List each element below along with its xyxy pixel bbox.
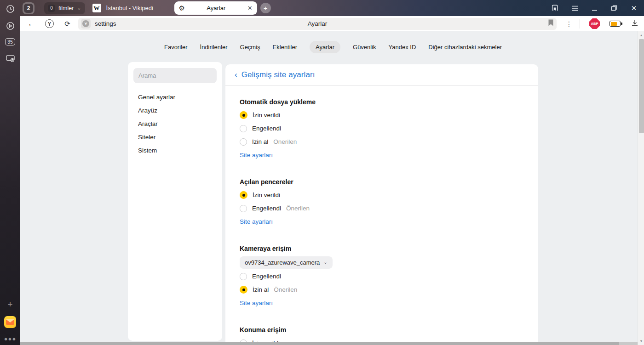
scrollbar-thumb[interactable] (639, 39, 644, 133)
group-tab-count: 0 (48, 5, 55, 12)
back-chevron-icon: ‹ (235, 70, 237, 79)
refresh-button[interactable]: ⟳ (58, 20, 76, 28)
nav-guvenlik[interactable]: Güvenlik (353, 44, 376, 51)
add-panel-icon[interactable]: + (0, 298, 20, 311)
address-bar-title: Ayarlar (78, 20, 557, 27)
nav-diger-cihazlar[interactable]: Diğer cihazlardaki sekmeler (428, 44, 502, 51)
page-title: Gelişmiş site ayarları (242, 70, 315, 79)
option-label: Engellendi (252, 273, 281, 280)
play-sessions-icon[interactable] (0, 19, 20, 33)
window-controls: ✕ (551, 4, 644, 12)
minimize-icon[interactable] (590, 4, 598, 12)
battery-saver-icon[interactable] (610, 21, 621, 27)
more-options-icon[interactable]: ●●● (0, 332, 20, 345)
chevron-down-icon: ⌄ (323, 260, 327, 265)
option-label: Engellendi (252, 125, 281, 132)
window-tab-count: 2 (24, 4, 33, 13)
tab-counter-badge[interactable]: 35 (0, 35, 20, 49)
yandex-button[interactable]: Y (40, 19, 58, 28)
radio-selected-icon[interactable] (240, 286, 247, 294)
option-label: Engellendi (252, 205, 281, 212)
nav-yandex-id[interactable]: Yandex ID (389, 44, 416, 51)
radio-option[interactable]: Engellendi Önerilen (240, 202, 524, 215)
nav-ayarlar[interactable]: Ayarlar (310, 41, 340, 53)
search-input[interactable] (133, 68, 217, 83)
nav-indirilenler[interactable]: İndirilenler (200, 44, 228, 51)
tab-bar: 2 0 filmler ⌄ W İstanbul - Vikipedi ⚙ Ay… (20, 0, 644, 16)
vertical-scrollbar[interactable]: ▲ ▼ (638, 31, 644, 345)
url-text: settings (95, 20, 116, 27)
advanced-site-settings-header[interactable]: ‹ Gelişmiş site ayarları (225, 64, 538, 86)
downloads-icon[interactable] (631, 19, 638, 28)
radio-icon[interactable] (240, 125, 247, 132)
tab-title: İstanbul - Vikipedi (106, 5, 153, 11)
sidebar-item-araclar[interactable]: Araçlar (128, 117, 222, 130)
tab-title: Ayarlar (185, 5, 247, 11)
toolbar-extensions: ⋮ ABP (563, 18, 644, 29)
sidebar-item-genel-ayarlar[interactable]: Genel ayarlar (128, 90, 222, 104)
nav-gecmis[interactable]: Geçmiş (240, 44, 260, 51)
chevron-down-icon: ⌄ (77, 5, 81, 11)
radio-selected-icon[interactable] (240, 191, 247, 199)
close-window-icon[interactable]: ✕ (630, 4, 638, 12)
tab-count-label: 35 (5, 38, 15, 45)
nav-eklentiler[interactable]: Eklentiler (273, 44, 297, 51)
section-otomatik-dosya-yukleme: Otomatik dosya yükleme İzin verildi Enge… (240, 95, 524, 162)
nav-favoriler[interactable]: Favoriler (164, 44, 188, 51)
window-tab-count-button[interactable]: 2 (23, 2, 34, 14)
hscrollbar-thumb[interactable] (20, 342, 619, 345)
site-settings-link[interactable]: Site ayarları (240, 218, 273, 225)
address-bar[interactable]: Y settings Ayarlar (78, 18, 557, 30)
new-tab-button[interactable]: + (260, 3, 271, 13)
option-label: İzin verildi (253, 192, 280, 198)
radio-option[interactable]: İzin al Önerilen (240, 135, 524, 148)
settings-page: Favoriler İndirilenler Geçmiş Eklentiler… (20, 31, 644, 345)
radio-option[interactable]: İzin al Önerilen (240, 283, 524, 296)
settings-top-nav: Favoriler İndirilenler Geçmiş Eklentiler… (128, 41, 538, 53)
radio-option[interactable]: İzin verildi (240, 188, 524, 202)
yandex-mail-icon[interactable] (0, 315, 20, 329)
section-acilan-pencereler: Açılan pencereler İzin verildi Engellend… (240, 175, 524, 228)
adblock-plus-icon[interactable]: ABP (589, 18, 600, 29)
history-icon[interactable] (0, 2, 20, 16)
radio-icon[interactable] (240, 138, 247, 146)
camera-device-select[interactable]: ov9734_azurewave_camera ⌄ (240, 256, 333, 269)
screen-camera-icon[interactable] (0, 51, 20, 65)
bookmark-icon[interactable] (548, 19, 554, 28)
scroll-up-arrow[interactable]: ▲ (638, 32, 644, 38)
maximize-icon[interactable] (610, 4, 618, 12)
option-label: İzin al (252, 138, 268, 145)
sidebar-item-sistem[interactable]: Sistem (128, 144, 222, 157)
tabs-panel-icon[interactable] (551, 4, 559, 12)
recommended-note: Önerilen (273, 138, 297, 145)
radio-selected-icon[interactable] (240, 111, 247, 119)
radio-option[interactable]: İzin verildi (240, 108, 524, 122)
tab-ayarlar-active[interactable]: ⚙ Ayarlar ✕ (174, 1, 257, 15)
option-label: İzin verildi (253, 112, 280, 119)
back-button[interactable]: ← (23, 19, 40, 28)
gear-icon: ⚙ (179, 4, 185, 12)
scroll-down-arrow[interactable]: ▼ (638, 338, 644, 344)
settings-category-list: Genel ayarlar Arayüz Araçlar Siteler Sis… (128, 90, 222, 157)
radio-icon[interactable] (240, 205, 247, 212)
radio-option[interactable]: Engellendi (240, 270, 524, 283)
site-settings-link[interactable]: Site ayarları (240, 152, 273, 158)
sidebar-item-siteler[interactable]: Siteler (128, 130, 222, 144)
close-tab-icon[interactable]: ✕ (247, 5, 253, 11)
tab-istanbul-vikipedi[interactable]: W İstanbul - Vikipedi (91, 4, 164, 12)
horizontal-scrollbar[interactable] (20, 342, 638, 345)
wikipedia-icon: W (92, 4, 101, 12)
browser-side-rail: 35 + ●●● (0, 0, 20, 345)
menu-icon[interactable] (570, 4, 579, 12)
tab-group-filmler[interactable]: 0 filmler ⌄ (44, 2, 85, 14)
kebab-menu-icon[interactable]: ⋮ (563, 20, 575, 28)
option-label: İzin al (253, 286, 269, 293)
section-title: Konuma erişim (240, 326, 286, 334)
sidebar-item-arayuz[interactable]: Arayüz (128, 104, 222, 117)
radio-option[interactable]: Engellendi (240, 122, 524, 135)
section-title: Otomatik dosya yükleme (240, 98, 316, 106)
section-title: Kameraya erişim (240, 245, 291, 252)
group-tab-label: filmler (58, 5, 74, 11)
site-settings-link[interactable]: Site ayarları (240, 300, 273, 306)
radio-icon[interactable] (240, 273, 247, 280)
